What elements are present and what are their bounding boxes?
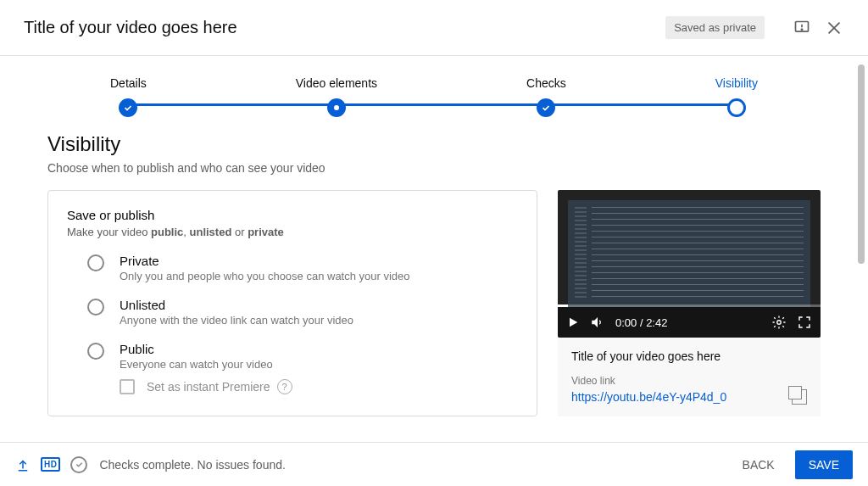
hd-badge: HD	[41, 457, 60, 472]
card-sub-text: Make your video	[67, 226, 151, 238]
card-sub-text: or	[231, 226, 248, 238]
volume-icon[interactable]	[590, 315, 605, 330]
radio-public[interactable]: Public Everyone can watch your video	[67, 342, 518, 371]
video-thumbnail[interactable]: 0:00 / 2:42	[558, 190, 821, 338]
section-subtitle: Choose when to publish and who can see y…	[47, 161, 821, 175]
radio-icon[interactable]	[87, 254, 104, 271]
back-button[interactable]: BACK	[731, 451, 787, 478]
footer-status-icons: HD	[15, 456, 87, 473]
content-area: Visibility Choose when to publish and wh…	[0, 126, 868, 456]
settings-icon[interactable]	[771, 315, 787, 330]
preview-meta: Title of your video goes here Video link…	[558, 338, 821, 416]
section-title: Visibility	[47, 132, 821, 156]
step-dot-icon	[327, 98, 346, 117]
stepper: Details Video elements Checks Visibility	[0, 56, 868, 126]
step-label: Details	[110, 76, 147, 90]
scrollbar[interactable]	[858, 64, 865, 264]
card-sub-bold: private	[248, 226, 284, 238]
dialog-footer: HD Checks complete. No issues found. BAC…	[0, 442, 868, 486]
premiere-label: Set as instant Premiere	[147, 380, 270, 394]
radio-desc: Everyone can watch your video	[120, 358, 273, 371]
card-sub-bold: public	[151, 226, 183, 238]
step-visibility[interactable]: Visibility	[715, 76, 758, 117]
upload-icon[interactable]	[15, 457, 31, 472]
preview-link[interactable]: https://youtu.be/4eY-y4P4d_0	[571, 390, 726, 404]
svg-point-7	[777, 321, 782, 325]
feedback-icon[interactable]	[792, 18, 812, 38]
radio-title: Public	[120, 342, 273, 356]
radio-desc: Only you and people who you choose can w…	[120, 270, 410, 282]
step-checks[interactable]: Checks	[526, 76, 566, 117]
step-label: Video elements	[296, 76, 377, 90]
card-title: Save or publish	[67, 208, 518, 222]
step-dot-check-icon	[537, 98, 555, 117]
step-label: Visibility	[715, 76, 758, 90]
video-content-placeholder	[568, 200, 810, 307]
svg-marker-6	[592, 317, 598, 327]
premiere-row[interactable]: Set as instant Premiere ?	[67, 379, 518, 394]
save-publish-card[interactable]: Save or publish Make your video public, …	[47, 190, 537, 416]
video-controls: 0:00 / 2:42	[558, 307, 821, 338]
card-subtitle: Make your video public, unlisted or priv…	[67, 226, 518, 238]
close-icon[interactable]	[824, 18, 844, 38]
step-video-elements[interactable]: Video elements	[296, 76, 377, 117]
radio-icon[interactable]	[87, 343, 104, 360]
save-button[interactable]: SAVE	[795, 450, 853, 479]
radio-icon[interactable]	[87, 299, 104, 316]
checkbox-icon[interactable]	[120, 379, 135, 394]
radio-unlisted[interactable]: Unlisted Anyone with the video link can …	[67, 298, 518, 327]
card-sub-bold: unlisted	[190, 226, 232, 238]
step-label: Checks	[526, 76, 566, 90]
svg-marker-5	[570, 318, 577, 327]
step-dot-current-icon	[727, 98, 746, 117]
help-icon[interactable]: ?	[277, 379, 292, 394]
preview-link-label: Video link	[571, 375, 807, 387]
preview-panel: 0:00 / 2:42 Title of your video goes her…	[558, 190, 821, 416]
step-dot-check-icon	[119, 98, 137, 117]
video-time: 0:00 / 2:42	[615, 316, 667, 329]
dialog-header: Title of your video goes here Saved as p…	[0, 0, 868, 56]
save-status-badge: Saved as private	[665, 16, 765, 39]
radio-title: Unlisted	[120, 298, 353, 312]
radio-title: Private	[120, 254, 410, 268]
radio-desc: Anyone with the video link can watch you…	[120, 314, 353, 327]
play-icon[interactable]	[566, 316, 580, 329]
fullscreen-icon[interactable]	[797, 315, 812, 330]
preview-video-title: Title of your video goes here	[571, 349, 807, 363]
stepper-line	[127, 103, 741, 106]
card-sub-text: ,	[183, 226, 189, 238]
radio-private[interactable]: Private Only you and people who you choo…	[67, 254, 518, 282]
svg-point-2	[801, 29, 802, 30]
video-title: Title of your video goes here	[24, 18, 665, 37]
step-details[interactable]: Details	[110, 76, 147, 117]
footer-status-text: Checks complete. No issues found.	[99, 458, 285, 472]
check-circle-icon	[70, 456, 87, 473]
copy-icon[interactable]	[792, 389, 807, 405]
